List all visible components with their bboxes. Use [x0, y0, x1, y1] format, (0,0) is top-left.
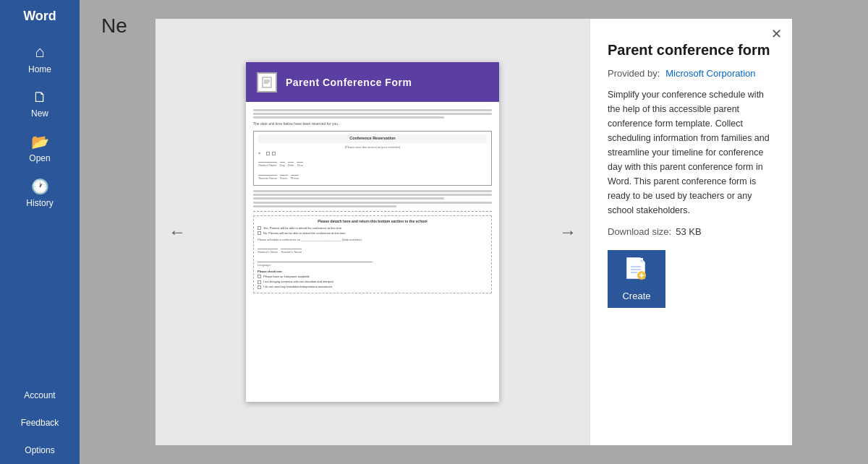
sidebar-item-open-label: Open — [29, 153, 50, 163]
doc-teacher-field — [258, 170, 277, 176]
doc-yes-text: Yes. Parents will be able to attend the … — [263, 226, 342, 231]
doc-date-label: Date — [288, 163, 294, 168]
doc-day-field — [280, 157, 285, 163]
sidebar-item-home[interactable]: ⌂ Home — [0, 35, 80, 82]
doc-no-item: No. Parents will not be able to attend t… — [258, 231, 488, 236]
prev-template-button[interactable]: ← — [163, 216, 192, 248]
doc-check-one-label: Please check one: — [258, 270, 488, 274]
doc-student-name-label: Student's Name — [258, 250, 278, 254]
next-template-button[interactable]: → — [553, 216, 582, 248]
create-label: Create — [622, 291, 650, 301]
doc-interp-text-2: I am bringing someone who can translate … — [263, 280, 334, 284]
account-label: Account — [24, 390, 55, 400]
doc-line — [253, 116, 444, 119]
doc-student-label: Student Name — [258, 163, 277, 168]
doc-form-title: Parent Conference Form — [286, 77, 412, 88]
doc-date-note: The date and time below have been reserv… — [253, 121, 492, 126]
doc-student-name-field — [258, 244, 278, 249]
doc-phone-field-wrap: Phone — [291, 170, 299, 181]
doc-teacher-name-wrap: Teacher's Name — [281, 244, 302, 254]
doc-student-row: Student Name Day Date — [258, 157, 487, 168]
new-doc-icon: 🗋 — [33, 89, 47, 106]
doc-teacher-label: Teacher Name — [258, 176, 277, 181]
sidebar-item-feedback[interactable]: Feedback — [0, 409, 80, 437]
doc-lang-field — [258, 257, 373, 262]
app-name: Word — [0, 0, 80, 35]
doc-interp-item-2: I am bringing someone who can translate … — [258, 280, 488, 284]
doc-teacher-field-wrap: Teacher Name — [258, 170, 277, 181]
sidebar-item-new-label: New — [31, 108, 48, 119]
sidebar-item-open[interactable]: 📂 Open — [0, 126, 80, 171]
doc-at-row: at — [258, 151, 487, 155]
doc-schedule-line: Please schedule a conference on ________… — [258, 238, 488, 242]
doc-yes-checkbox — [258, 226, 261, 230]
sidebar-item-new[interactable]: 🗋 New — [0, 82, 80, 126]
doc-room-label: Room — [280, 176, 288, 181]
doc-line — [253, 190, 492, 192]
doc-student-name-wrap: Student's Name — [258, 244, 278, 254]
doc-names-row: Student's Name Teacher's Name — [258, 244, 488, 254]
doc-section-subtitle: (Please save this section as your remind… — [258, 145, 487, 150]
doc-phone-label: Phone — [291, 176, 299, 181]
doc-line — [253, 113, 492, 115]
main-area: Ne ✕ ← — [80, 0, 868, 464]
doc-date-field-wrap: Date — [288, 157, 294, 168]
provider-label: Provided by: — [608, 68, 660, 79]
doc-interp-item-3: I do not need any translation/interpreta… — [258, 285, 488, 289]
document-preview-image: Parent Conference Form The date and time… — [246, 62, 499, 402]
doc-time-field-wrap: Time — [297, 157, 303, 168]
svg-rect-0 — [263, 77, 271, 87]
doc-interp-checkbox-3 — [258, 285, 261, 289]
doc-no-checkbox — [258, 231, 261, 235]
sidebar-item-options[interactable]: Options — [0, 437, 80, 464]
doc-checkbox-am — [266, 152, 270, 155]
download-size-label: Download size: — [608, 226, 671, 237]
doc-detach-section: Please detach here and return this botto… — [253, 215, 492, 293]
provider-row: Provided by: Microsoft Corporation — [608, 68, 775, 79]
doc-text-block-2 — [253, 202, 492, 207]
template-preview-modal: ✕ ← — [156, 19, 792, 445]
options-label: Options — [25, 445, 54, 455]
template-title: Parent conference form — [608, 40, 775, 59]
doc-line — [253, 109, 492, 111]
doc-interp-checkbox-2 — [258, 280, 261, 284]
download-size-value: 53 KB — [676, 226, 701, 237]
doc-checkbox-pm — [272, 152, 276, 155]
doc-line — [253, 197, 444, 199]
doc-no-text: No. Parents will not be able to attend t… — [263, 231, 346, 236]
modal-body: ← Parent — [156, 19, 792, 445]
feedback-label: Feedback — [21, 418, 59, 428]
download-size-row: Download size: 53 KB — [608, 226, 775, 237]
doc-checkboxes — [266, 152, 276, 155]
doc-yes-item: Yes. Parents will be able to attend the … — [258, 226, 488, 231]
doc-detach-label: Please detach here and return this botto… — [258, 219, 488, 224]
doc-interp-text-1: Please have an interpreter available. — [263, 275, 310, 279]
template-info-panel: Parent conference form Provided by: Micr… — [590, 19, 792, 445]
provider-link[interactable]: Microsoft Corporation — [665, 68, 755, 79]
doc-teacher-row: Teacher Name Room Phone — [258, 170, 487, 181]
doc-line — [253, 194, 492, 196]
sidebar: Word ⌂ Home 🗋 New 📂 Open 🕐 History Accou… — [0, 0, 80, 464]
close-modal-button[interactable]: ✕ — [771, 27, 782, 40]
modal-overlay: ✕ ← — [80, 0, 868, 464]
doc-reservation-section: Conference Reservation (Please save this… — [253, 131, 492, 186]
doc-at-label: at — [258, 151, 264, 155]
doc-room-field — [280, 170, 288, 176]
doc-phone-field — [291, 170, 299, 176]
create-icon — [626, 257, 647, 286]
doc-room-field-wrap: Room — [280, 170, 288, 181]
sidebar-item-history[interactable]: 🕐 History — [0, 171, 80, 215]
doc-separator — [253, 211, 492, 212]
home-icon: ⌂ — [35, 43, 44, 61]
doc-day-field-wrap: Day — [280, 157, 285, 168]
doc-interp-checkbox-1 — [258, 275, 261, 278]
sidebar-item-history-label: History — [26, 198, 53, 208]
sidebar-bottom: Account Feedback Options — [0, 382, 80, 464]
doc-lang-wrap: Language: — [258, 257, 488, 267]
doc-day-label: Day — [280, 163, 285, 168]
create-template-button[interactable]: Create — [608, 250, 665, 308]
doc-student-field-wrap: Student Name — [258, 157, 277, 168]
sidebar-item-account[interactable]: Account — [0, 382, 80, 409]
doc-header-icon — [257, 72, 277, 93]
doc-lang-label: Language: — [258, 263, 488, 267]
